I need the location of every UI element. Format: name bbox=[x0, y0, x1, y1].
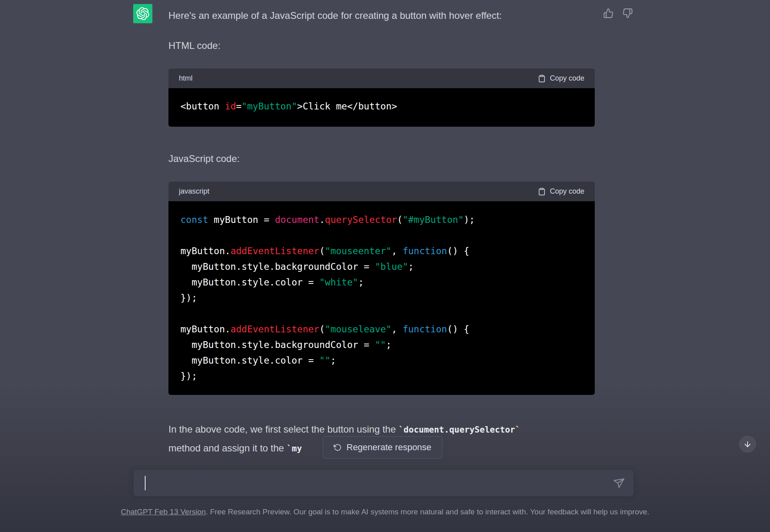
footer: ChatGPT Feb 13 Version. Free Research Pr… bbox=[0, 508, 770, 516]
chatgpt-screen: Here's an example of a JavaScript code f… bbox=[0, 0, 770, 532]
js-code-label: JavaScript code: bbox=[168, 153, 239, 164]
send-icon bbox=[612, 476, 625, 489]
message-feedback bbox=[603, 8, 633, 18]
assistant-intro-text: Here's an example of a JavaScript code f… bbox=[168, 9, 569, 22]
version-link[interactable]: ChatGPT Feb 13 Version bbox=[121, 508, 206, 516]
message-composer bbox=[134, 470, 634, 496]
thumbs-up-icon bbox=[603, 8, 614, 18]
explanation-text: method and assign it to the bbox=[168, 443, 287, 453]
chat-input[interactable] bbox=[145, 475, 602, 491]
explanation-text: In the above code, we first select the b… bbox=[168, 424, 399, 435]
thumbs-down-icon bbox=[622, 8, 633, 18]
code-language-label: javascript bbox=[179, 187, 209, 196]
js-code-content: const myButton = document.querySelector(… bbox=[168, 201, 595, 395]
thumbs-up-button[interactable] bbox=[603, 8, 614, 18]
regenerate-response-button[interactable]: Regenerate response bbox=[323, 436, 442, 459]
regenerate-icon bbox=[334, 443, 342, 451]
inline-code: `document.querySelector` bbox=[399, 425, 520, 435]
clipboard-icon bbox=[538, 75, 546, 83]
openai-logo-icon bbox=[136, 7, 149, 20]
code-header: javascript Copy code bbox=[168, 182, 595, 201]
html-code-content: <button id="myButton">Click me</button> bbox=[168, 88, 595, 127]
html-code-block: html Copy code <button id="myButton">Cli… bbox=[168, 69, 595, 127]
copy-code-label: Copy code bbox=[550, 187, 584, 196]
inline-code: `my bbox=[287, 444, 302, 453]
footer-text: . Free Research Preview. Our goal is to … bbox=[206, 508, 649, 516]
thumbs-down-button[interactable] bbox=[622, 8, 633, 18]
copy-code-button[interactable]: Copy code bbox=[538, 74, 584, 83]
code-header: html Copy code bbox=[168, 69, 595, 88]
arrow-down-icon bbox=[743, 440, 752, 449]
copy-code-button[interactable]: Copy code bbox=[538, 187, 584, 196]
clipboard-icon bbox=[538, 188, 546, 196]
assistant-avatar bbox=[133, 4, 152, 23]
html-code-label: HTML code: bbox=[168, 40, 221, 51]
copy-code-label: Copy code bbox=[550, 74, 584, 83]
send-button[interactable] bbox=[612, 477, 625, 490]
scroll-to-bottom-button[interactable] bbox=[739, 436, 756, 453]
code-language-label: html bbox=[179, 74, 192, 83]
js-code-block: javascript Copy code const myButton = do… bbox=[168, 182, 595, 395]
regenerate-label: Regenerate response bbox=[346, 442, 432, 453]
